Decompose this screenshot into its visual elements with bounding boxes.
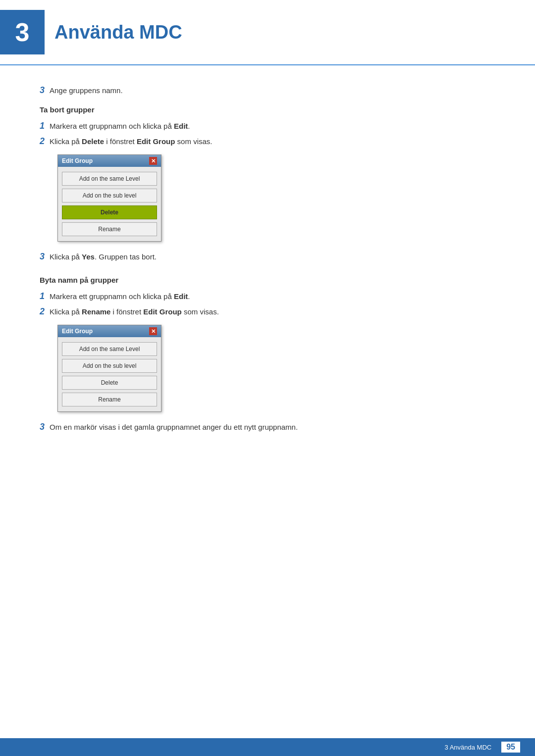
section2-step3-text: Om en markör visas i det gamla gruppnamn… [50, 423, 298, 431]
intro-step3-number: 3 [40, 85, 45, 96]
page-footer: 3 Använda MDC 95 [0, 738, 535, 756]
section1-step1-number: 1 [40, 121, 45, 131]
section1-step3-text: Klicka på Yes. Gruppen tas bort. [50, 252, 157, 261]
dialog1-wrapper: Edit Group ✕ Add on the same Level Add o… [57, 154, 495, 242]
section1-step2-row: 2 Klicka på Delete i fönstret Edit Group… [40, 136, 495, 147]
main-content: 3 Ange gruppens namn. Ta bort grupper 1 … [0, 85, 535, 476]
intro-step3-text: Ange gruppens namn. [50, 86, 123, 95]
edit-group-dialog-1: Edit Group ✕ Add on the same Level Add o… [57, 154, 161, 242]
section1-step2-text: Klicka på Delete i fönstret Edit Group s… [50, 137, 212, 146]
section2-step1-text: Markera ett gruppnamn och klicka på Edit… [50, 292, 190, 301]
section1-step2-number: 2 [40, 136, 45, 147]
section1-step3-number: 3 [40, 252, 45, 262]
dialog2-title: Edit Group [62, 328, 93, 335]
dialog1-title: Edit Group [62, 157, 93, 164]
intro-step3-row: 3 Ange gruppens namn. [40, 85, 495, 96]
section2-step2-text: Klicka på Rename i fönstret Edit Group s… [50, 307, 219, 316]
dialog2-rename-button[interactable]: Rename [62, 393, 157, 406]
footer-page-number: 95 [501, 742, 520, 753]
section2-step3-row: 3 Om en markör visas i det gamla gruppna… [40, 422, 495, 432]
dialog1-add-same-level-button[interactable]: Add on the same Level [62, 172, 157, 186]
section2-step2-number: 2 [40, 306, 45, 317]
dialog2-add-same-level-button[interactable]: Add on the same Level [62, 342, 157, 356]
section2-step2-row: 2 Klicka på Rename i fönstret Edit Group… [40, 306, 495, 317]
chapter-number: 3 [15, 17, 30, 47]
edit-group-dialog-2: Edit Group ✕ Add on the same Level Add o… [57, 325, 161, 412]
section2-step3-number: 3 [40, 422, 45, 432]
footer-text: 3 Använda MDC [445, 744, 492, 751]
chapter-title: Använda MDC [54, 22, 182, 43]
dialog2-titlebar: Edit Group ✕ [58, 325, 161, 337]
section1-step3-row: 3 Klicka på Yes. Gruppen tas bort. [40, 252, 495, 262]
dialog1-body: Add on the same Level Add on the sub lev… [58, 167, 161, 241]
section2-step1-row: 1 Markera ett gruppnamn och klicka på Ed… [40, 291, 495, 302]
dialog1-add-sub-level-button[interactable]: Add on the sub level [62, 189, 157, 202]
dialog2-body: Add on the same Level Add on the sub lev… [58, 337, 161, 411]
dialog1-titlebar: Edit Group ✕ [58, 155, 161, 167]
dialog1-delete-button[interactable]: Delete [62, 205, 157, 219]
dialog2-wrapper: Edit Group ✕ Add on the same Level Add o… [57, 325, 495, 412]
dialog2-delete-button[interactable]: Delete [62, 376, 157, 390]
dialog1-close-button[interactable]: ✕ [149, 157, 157, 165]
dialog2-close-button[interactable]: ✕ [149, 327, 157, 335]
section2-step1-number: 1 [40, 291, 45, 302]
dialog1-rename-button[interactable]: Rename [62, 222, 157, 236]
chapter-header: 3 Använda MDC [0, 0, 535, 65]
dialog2-add-sub-level-button[interactable]: Add on the sub level [62, 359, 157, 373]
section1-heading: Ta bort grupper [40, 105, 495, 114]
section1-step1-row: 1 Markera ett gruppnamn och klicka på Ed… [40, 121, 495, 131]
section1-step1-text: Markera ett gruppnamn och klicka på Edit… [50, 122, 190, 130]
section2-heading: Byta namn på grupper [40, 276, 495, 284]
chapter-number-block: 3 [0, 10, 45, 54]
